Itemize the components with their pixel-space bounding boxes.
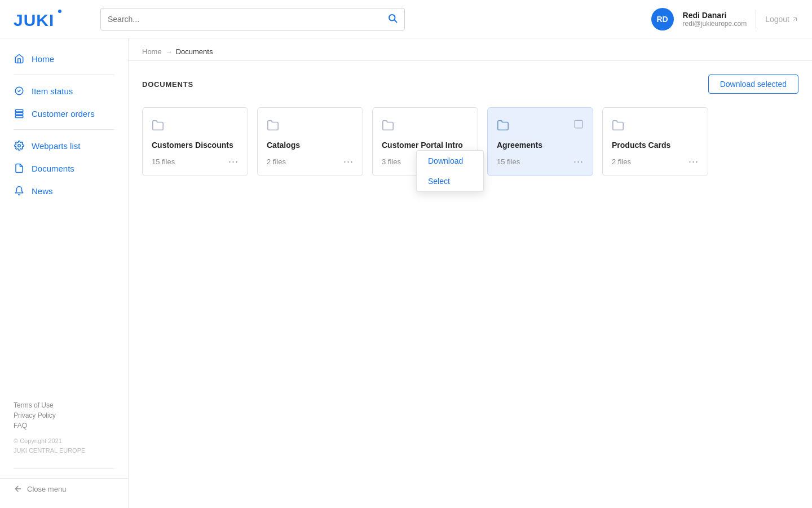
search-button[interactable] [387, 13, 398, 25]
svg-rect-7 [15, 113, 23, 115]
close-menu-button[interactable]: Close menu [0, 478, 128, 499]
card-files-products-cards: 2 files [612, 157, 631, 166]
breadcrumb-current: Documents [176, 47, 213, 56]
arrow-left-icon [14, 484, 23, 493]
folder-icon-customer-portal-intro [382, 119, 394, 134]
card-name-products-cards: Products Cards [612, 141, 699, 150]
more-button-products-cards[interactable]: ··· [689, 156, 699, 167]
sidebar-item-documents[interactable]: Documents [0, 157, 128, 179]
card-files-customer-portal-intro: 3 files [382, 157, 401, 166]
user-name: Redi Danari [683, 11, 747, 20]
close-menu-divider [14, 468, 114, 469]
logout-arrow-icon [792, 16, 798, 23]
card-wrapper-catalogs: Catalogs 2 files ··· [257, 107, 363, 176]
more-button-customers-discounts[interactable]: ··· [228, 156, 239, 167]
folder-card-products-cards[interactable]: Products Cards 2 files ··· [602, 107, 708, 176]
card-top [267, 119, 354, 134]
breadcrumb-home[interactable]: Home [142, 47, 162, 56]
checkbox-agreements[interactable] [573, 119, 584, 132]
gear-icon [14, 140, 25, 151]
folder-icon-customers-discounts [152, 119, 164, 134]
dropdown-download[interactable]: Download [417, 151, 483, 171]
card-wrapper-products-cards: Products Cards 2 files ··· [602, 107, 708, 176]
breadcrumb-arrow: → [165, 47, 173, 56]
terms-link[interactable]: Terms of Use [14, 401, 114, 409]
home-icon [14, 53, 25, 64]
card-wrapper-customer-portal-intro: Customer Portal Intro 3 files ··· Downlo… [372, 107, 478, 176]
sidebar-divider-2 [14, 129, 114, 130]
card-footer-customers-discounts: 15 files ··· [152, 156, 239, 167]
svg-text:JUKI: JUKI [14, 11, 54, 29]
card-files-agreements: 15 files [497, 157, 520, 166]
sidebar-item-home[interactable]: Home [0, 47, 128, 70]
svg-line-3 [394, 20, 396, 22]
list-icon [14, 108, 25, 119]
folder-card-agreements[interactable]: Agreements 15 files ··· [487, 107, 593, 176]
user-email: redi@jukieurope.com [683, 20, 747, 28]
card-top [612, 119, 699, 134]
header: JUKI RD Redi Danari redi@jukieurope.com … [0, 0, 812, 38]
sidebar-item-item-status[interactable]: Item status [0, 80, 128, 102]
svg-rect-6 [15, 110, 23, 112]
logout-divider [756, 10, 756, 28]
card-footer-products-cards: 2 files ··· [612, 156, 699, 167]
search-icon [387, 13, 398, 23]
card-name-catalogs: Catalogs [267, 141, 354, 150]
card-top [152, 119, 239, 134]
card-files-customers-discounts: 15 files [152, 157, 175, 166]
user-info: Redi Danari redi@jukieurope.com [683, 11, 747, 28]
card-name-customers-discounts: Customers Discounts [152, 141, 239, 150]
card-wrapper-customers-discounts: Customers Discounts 15 files ··· [142, 107, 248, 176]
sidebar-nav: Home Item status Customer orders [0, 47, 128, 392]
search-bar [100, 8, 405, 30]
download-selected-button[interactable]: Download selected [708, 75, 798, 94]
page-title: DOCUMENTS [142, 80, 193, 89]
breadcrumb: Home → Documents [129, 38, 812, 56]
sidebar-item-customer-orders[interactable]: Customer orders [0, 102, 128, 125]
copyright: © Copyright 2021JUKI CENTRAL EUROPE [14, 436, 114, 455]
main-content: Home → Documents DOCUMENTS Download sele… [129, 38, 812, 508]
card-top [497, 119, 584, 134]
card-wrapper-agreements: Agreements 15 files ··· [487, 107, 593, 176]
folder-icon-agreements [497, 119, 509, 134]
sidebar-divider-1 [14, 75, 114, 75]
dropdown-menu-customer-portal-intro: Download Select [416, 150, 484, 192]
page-header: DOCUMENTS Download selected [142, 75, 798, 94]
svg-line-4 [794, 17, 797, 20]
svg-rect-8 [15, 116, 23, 118]
folder-icon-catalogs [267, 119, 279, 134]
folder-card-customers-discounts[interactable]: Customers Discounts 15 files ··· [142, 107, 248, 176]
document-icon [14, 163, 25, 174]
folder-card-catalogs[interactable]: Catalogs 2 files ··· [257, 107, 363, 176]
avatar: RD [651, 8, 674, 30]
svg-point-9 [18, 144, 21, 147]
documents-content: DOCUMENTS Download selected [129, 65, 812, 185]
privacy-link[interactable]: Privacy Policy [14, 411, 114, 419]
logo: JUKI [14, 8, 87, 30]
sidebar-item-news[interactable]: News [0, 179, 128, 202]
sidebar-footer: Terms of Use Privacy Policy FAQ © Copyri… [0, 392, 128, 464]
card-name-agreements: Agreements [497, 141, 584, 150]
svg-point-1 [58, 10, 61, 13]
logo-svg: JUKI [14, 8, 64, 30]
dropdown-select[interactable]: Select [417, 171, 483, 191]
card-name-customer-portal-intro: Customer Portal Intro [382, 141, 469, 150]
bell-icon [14, 185, 25, 196]
card-top [382, 119, 469, 134]
more-button-agreements[interactable]: ··· [573, 156, 584, 167]
card-files-catalogs: 2 files [267, 157, 286, 166]
more-button-catalogs[interactable]: ··· [343, 156, 354, 167]
card-footer-agreements: 15 files ··· [497, 156, 584, 167]
card-footer-catalogs: 2 files ··· [267, 156, 354, 167]
section-divider [129, 60, 812, 61]
check-circle-icon [14, 85, 25, 97]
sidebar-item-webparts-list[interactable]: Webparts list [0, 134, 128, 157]
header-right: RD Redi Danari redi@jukieurope.com Logou… [651, 8, 798, 30]
svg-rect-11 [575, 120, 582, 128]
faq-link[interactable]: FAQ [14, 422, 114, 430]
folder-icon-products-cards [612, 119, 624, 134]
layout: Home Item status Customer orders [0, 38, 812, 508]
search-input[interactable] [108, 15, 387, 24]
cards-grid: Customers Discounts 15 files ··· [142, 107, 798, 176]
logout-button[interactable]: Logout [765, 15, 798, 24]
